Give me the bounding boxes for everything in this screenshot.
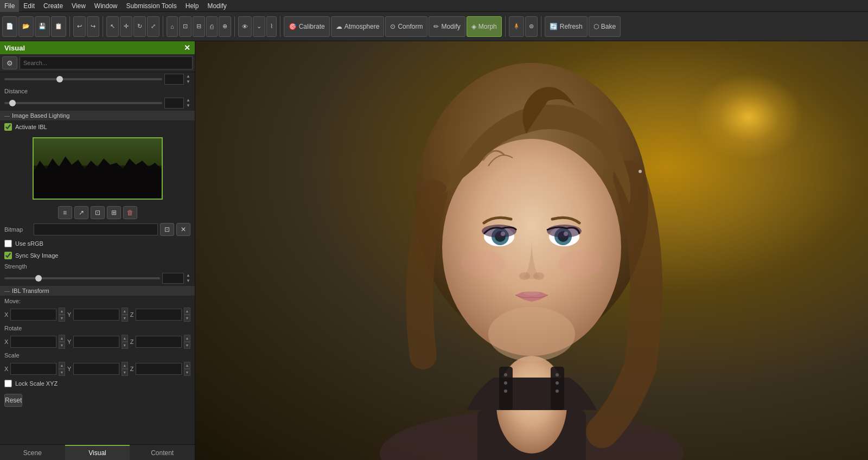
morph-button[interactable]: ◈ Morph	[467, 16, 502, 37]
reset-button[interactable]: Reset	[4, 394, 22, 407]
menu-edit[interactable]: Edit	[19, 0, 39, 12]
lock-scale-checkbox[interactable]	[4, 380, 12, 387]
camera-tool[interactable]: ⎙	[206, 16, 218, 37]
scale-z-down[interactable]: ▼	[184, 369, 190, 376]
calibrate-button[interactable]: 🎯 Calibrate	[284, 16, 330, 37]
select-tool[interactable]: ↖	[106, 16, 119, 37]
rotate-x-input[interactable]: 20.0	[10, 336, 56, 348]
bitmap-browse-btn[interactable]: ⊡	[160, 223, 174, 236]
pose-button[interactable]: 🧍	[509, 16, 524, 37]
rotate-y-down[interactable]: ▼	[122, 342, 128, 349]
move-y-up[interactable]: ▲	[122, 308, 128, 315]
frame-selected-tool[interactable]: ⊟	[193, 16, 205, 37]
ibl-section-header[interactable]: — Image Based Lighting	[0, 110, 195, 121]
ibl-delete-btn[interactable]: 🗑	[123, 206, 137, 219]
move-z-input[interactable]: 0.0	[136, 309, 182, 321]
distance-up[interactable]: ▲	[186, 98, 190, 103]
view-shading-tool[interactable]: ⌇	[266, 16, 277, 37]
target-button[interactable]: ⊚	[525, 16, 538, 37]
undo-button[interactable]: ↩	[73, 16, 86, 37]
panel-settings-button[interactable]: ⚙	[2, 56, 17, 69]
top-slider-down[interactable]: ▼	[186, 79, 190, 85]
top-slider-thumb[interactable]	[56, 76, 63, 82]
menu-create[interactable]: Create	[39, 0, 67, 12]
move-z-up[interactable]: ▲	[184, 308, 190, 315]
view-mode-tool[interactable]: ⌄	[253, 16, 265, 37]
lock-scale-label[interactable]: Lock Scale XYZ	[15, 380, 58, 387]
rotate-y-up[interactable]: ▲	[122, 335, 128, 342]
use-srgb-checkbox[interactable]	[4, 240, 12, 247]
ibl-image[interactable]	[33, 137, 163, 200]
strength-value[interactable]: 150	[162, 273, 184, 284]
tab-visual[interactable]: Visual	[65, 445, 130, 460]
menu-window[interactable]: Window	[90, 0, 122, 12]
panel-close-button[interactable]: ✕	[184, 43, 190, 52]
top-slider-value[interactable]: 96	[164, 74, 184, 85]
scale-x-input[interactable]: 70.0	[10, 363, 56, 375]
move-x-down[interactable]: ▼	[59, 315, 65, 322]
home-tool[interactable]: ⌂	[167, 16, 178, 37]
panel-search-input[interactable]	[20, 56, 193, 69]
distance-slider-value[interactable]	[164, 98, 184, 108]
frame-all-tool[interactable]: ⊡	[179, 16, 192, 37]
scale-y-input[interactable]: 70.0	[73, 363, 119, 375]
bitmap-input[interactable]	[34, 223, 158, 235]
rotate-x-down[interactable]: ▼	[59, 342, 65, 349]
scale-x-up[interactable]: ▲	[59, 362, 65, 369]
modify-button[interactable]: ✏ Modify	[429, 16, 465, 37]
menu-help[interactable]: Help	[181, 0, 203, 12]
rotate-tool[interactable]: ↻	[133, 16, 146, 37]
ibl-settings-btn[interactable]: ≡	[58, 206, 72, 219]
scale-z-input[interactable]: 70.0	[136, 363, 182, 375]
top-slider-track[interactable]	[4, 78, 162, 80]
ibl-transform-section-header[interactable]: — IBL Transform	[0, 285, 195, 296]
distance-down[interactable]: ▼	[186, 103, 190, 108]
menu-submission-tools[interactable]: Submission Tools	[122, 0, 181, 12]
move-x-up[interactable]: ▲	[59, 308, 65, 315]
scale-z-up[interactable]: ▲	[184, 362, 190, 369]
menu-view[interactable]: View	[67, 0, 90, 12]
scale-tool[interactable]: ⤢	[147, 16, 159, 37]
move-z-down[interactable]: ▼	[184, 315, 190, 322]
open-button[interactable]: 📂	[18, 16, 34, 37]
ibl-import-btn[interactable]: ⊡	[91, 206, 105, 219]
atmosphere-button[interactable]: ☁ Atmosphere	[331, 16, 385, 37]
strength-slider-thumb[interactable]	[35, 275, 42, 282]
save-button[interactable]: 💾	[35, 16, 50, 37]
view-eye-tool[interactable]: 👁	[238, 16, 252, 37]
sync-sky-label[interactable]: Sync Sky Image	[15, 252, 58, 259]
render-tool[interactable]: ⊕	[219, 16, 231, 37]
tab-scene[interactable]: Scene	[0, 445, 65, 460]
bitmap-clear-btn[interactable]: ✕	[176, 223, 190, 236]
ibl-export-btn[interactable]: ↗	[74, 206, 88, 219]
ibl-frame-btn[interactable]: ⊞	[107, 206, 121, 219]
redo-button[interactable]: ↪	[87, 16, 99, 37]
distance-slider-track[interactable]	[4, 102, 162, 104]
scale-x-down[interactable]: ▼	[59, 369, 65, 376]
activate-ibl-label[interactable]: Activate IBL	[15, 124, 47, 130]
new-button[interactable]: 📄	[2, 16, 17, 37]
distance-slider-thumb[interactable]	[9, 100, 16, 106]
conform-button[interactable]: ⊙ Conform	[385, 16, 427, 37]
menu-modify[interactable]: Modify	[203, 0, 231, 12]
rotate-z-up[interactable]: ▲	[184, 335, 190, 342]
rotate-y-input[interactable]: 27.0	[73, 336, 119, 348]
strength-down[interactable]: ▼	[186, 278, 190, 284]
viewport[interactable]	[195, 41, 868, 460]
move-y-down[interactable]: ▼	[122, 315, 128, 322]
move-tool[interactable]: ✛	[120, 16, 132, 37]
move-y-input[interactable]: 0.0	[73, 309, 119, 321]
move-x-input[interactable]: 0.0	[10, 309, 56, 321]
menu-file[interactable]: File	[0, 0, 19, 12]
activate-ibl-checkbox[interactable]	[4, 123, 12, 131]
scale-y-down[interactable]: ▼	[122, 369, 128, 376]
top-slider-up[interactable]: ▲	[186, 74, 190, 79]
rotate-z-down[interactable]: ▼	[184, 342, 190, 349]
rotate-x-up[interactable]: ▲	[59, 335, 65, 342]
scale-y-up[interactable]: ▲	[122, 362, 128, 369]
refresh-button[interactable]: 🔄 Refresh	[545, 16, 588, 37]
sync-sky-checkbox[interactable]	[4, 252, 12, 259]
rotate-z-input[interactable]: 337.9	[136, 336, 182, 348]
strength-up[interactable]: ▲	[186, 273, 190, 278]
tab-content[interactable]: Content	[130, 445, 195, 460]
